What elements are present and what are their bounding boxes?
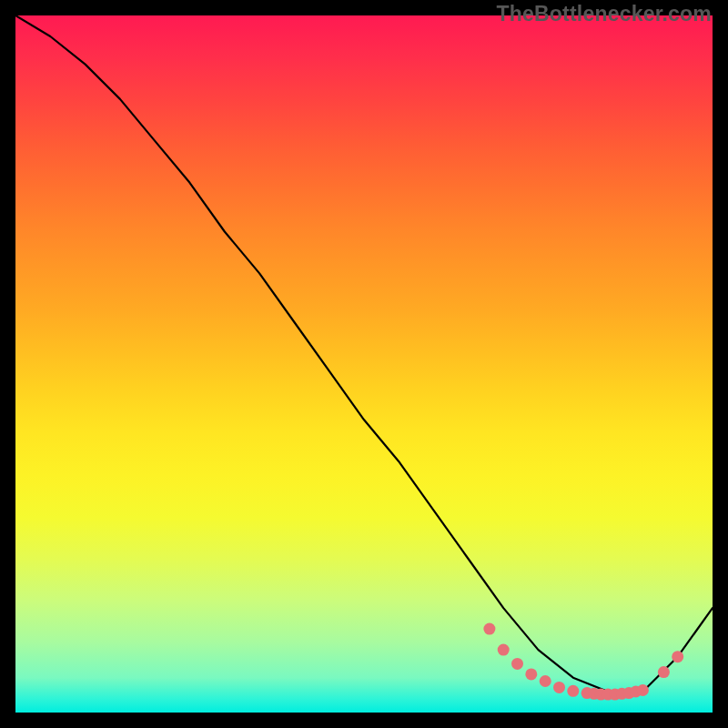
marker-dot	[553, 682, 565, 693]
marker-dot	[658, 666, 670, 678]
chart-container: TheBottlenecker.com	[0, 0, 728, 728]
marker-dot	[498, 644, 510, 656]
attribution-text: TheBottlenecker.com	[497, 2, 712, 26]
marker-dot	[525, 668, 537, 680]
marker-dot	[511, 658, 523, 670]
curve-path	[15, 15, 713, 692]
marker-group	[483, 623, 683, 701]
chart-svg	[15, 15, 713, 713]
plot-area	[15, 15, 713, 713]
marker-dot	[567, 685, 579, 697]
marker-dot	[637, 684, 649, 696]
marker-dot	[540, 675, 551, 687]
marker-dot	[483, 623, 495, 635]
marker-dot	[672, 651, 683, 662]
